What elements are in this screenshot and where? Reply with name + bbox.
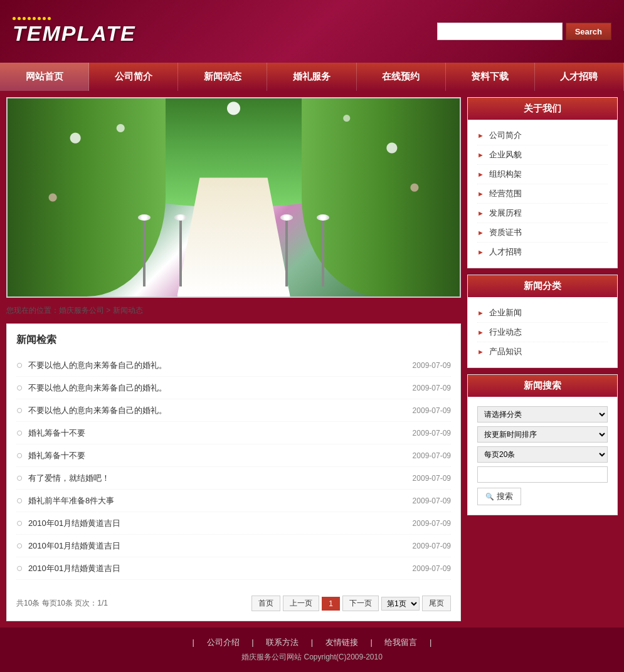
search-input[interactable] bbox=[437, 23, 563, 40]
arrow-icon: ► bbox=[477, 190, 484, 197]
news-date: 2009-07-09 bbox=[413, 564, 451, 573]
news-date: 2009-07-09 bbox=[413, 384, 451, 392]
stand-4 bbox=[285, 218, 288, 287]
footer-links: | 公司介绍 | 联系方法 | 友情链接 | 给我留言 | bbox=[6, 637, 618, 648]
pagination: 共10条 每页10条 页次：1/1 首页 上一页 1 下一页 第1页 尾页 bbox=[16, 589, 451, 611]
search-button[interactable]: Search bbox=[566, 23, 611, 40]
header: TEMPLATE Search bbox=[0, 0, 624, 63]
about-item-history[interactable]: ► 发展历程 bbox=[477, 204, 608, 223]
about-item-intro[interactable]: ► 公司简介 bbox=[477, 126, 608, 145]
news-link[interactable]: 不要以他人的意向来筹备自己的婚礼。 bbox=[28, 405, 167, 416]
stand-2 bbox=[179, 218, 182, 287]
news-date: 2009-07-09 bbox=[413, 451, 451, 460]
news-search-box: 新闻搜索 请选择分类 按更新时间排序 每页20条 🔍 搜索 bbox=[467, 374, 618, 515]
footer-divider-2: | bbox=[306, 638, 318, 647]
current-page-button[interactable]: 1 bbox=[322, 597, 340, 611]
arrow-icon: ► bbox=[477, 132, 484, 139]
news-bullet: ○ bbox=[16, 449, 23, 462]
news-link[interactable]: 不要以他人的意向来筹备自己的婚礼。 bbox=[28, 360, 167, 371]
nav-item-download[interactable]: 资料下载 bbox=[446, 63, 535, 91]
nav-item-news[interactable]: 新闻动态 bbox=[178, 63, 267, 91]
prev-page-button[interactable]: 上一页 bbox=[283, 596, 319, 611]
footer-link-friends[interactable]: 友情链接 bbox=[320, 638, 363, 647]
news-list: ○ 不要以他人的意向来筹备自己的婚礼。 2009-07-09 ○ 不要以他人的意… bbox=[16, 354, 451, 580]
next-page-button[interactable]: 下一页 bbox=[342, 596, 379, 611]
first-page-button[interactable]: 首页 bbox=[251, 596, 280, 611]
news-date: 2009-07-09 bbox=[413, 474, 451, 483]
news-category-title: 新闻分类 bbox=[468, 275, 617, 297]
news-cat-industry[interactable]: ► 行业动态 bbox=[477, 323, 608, 342]
footer: | 公司介绍 | 联系方法 | 友情链接 | 给我留言 | 婚庆服务公司网站 C… bbox=[0, 627, 624, 672]
breadcrumb: 您现在的位置：婚庆服务公司 > 新闻动态 bbox=[6, 303, 461, 318]
nav-item-about[interactable]: 公司简介 bbox=[89, 63, 178, 91]
news-bullet: ○ bbox=[16, 471, 23, 485]
about-box: 关于我们 ► 公司简介 ► 企业风貌 ► 组织构架 ► 经营范围 bbox=[467, 97, 618, 268]
news-search-category-select[interactable]: 请选择分类 bbox=[477, 406, 608, 423]
footer-link-about[interactable]: 公司介绍 bbox=[202, 638, 245, 647]
news-item-left: ○ 婚礼筹备十不要 bbox=[16, 426, 85, 439]
news-item-left: ○ 不要以他人的意向来筹备自己的婚礼。 bbox=[16, 381, 167, 394]
nav-item-home[interactable]: 网站首页 bbox=[0, 63, 89, 91]
news-category-box: 新闻分类 ► 企业新闻 ► 行业动态 ► 产品知识 bbox=[467, 275, 618, 368]
news-item: ○ 不要以他人的意向来筹备自己的婚礼。 2009-07-09 bbox=[16, 377, 451, 399]
news-date: 2009-07-09 bbox=[413, 519, 451, 528]
nav-item-wedding[interactable]: 婚礼服务 bbox=[267, 63, 356, 91]
news-link[interactable]: 不要以他人的意向来筹备自己的婚礼。 bbox=[28, 382, 167, 394]
news-search-submit-button[interactable]: 🔍 搜索 bbox=[477, 488, 521, 505]
news-bullet: ○ bbox=[16, 517, 23, 530]
news-item: ○ 不要以他人的意向来筹备自己的婚礼。 2009-07-09 bbox=[16, 354, 451, 377]
arrow-icon: ► bbox=[477, 309, 484, 317]
nav-item-booking[interactable]: 在线预约 bbox=[357, 63, 446, 91]
news-link[interactable]: 2010年01月结婚黄道吉日 bbox=[28, 563, 120, 574]
news-search-sort-select[interactable]: 按更新时间排序 bbox=[477, 426, 608, 443]
news-link[interactable]: 婚礼筹备十不要 bbox=[28, 428, 85, 439]
news-item-left: ○ 2010年01月结婚黄道吉日 bbox=[16, 562, 120, 575]
news-link[interactable]: 2010年01月结婚黄道吉日 bbox=[28, 540, 120, 552]
footer-divider-3: | bbox=[365, 638, 377, 647]
footer-link-contact[interactable]: 联系方法 bbox=[261, 638, 304, 647]
right-column: 关于我们 ► 公司简介 ► 企业风貌 ► 组织构架 ► 经营范围 bbox=[467, 97, 618, 621]
page-select[interactable]: 第1页 bbox=[381, 597, 420, 611]
nav: 网站首页 公司简介 新闻动态 婚礼服务 在线预约 资料下载 人才招聘 bbox=[0, 63, 624, 91]
nav-item-recruit[interactable]: 人才招聘 bbox=[535, 63, 624, 91]
news-link[interactable]: 2010年01月结婚黄道吉日 bbox=[28, 518, 120, 529]
about-item-scope[interactable]: ► 经营范围 bbox=[477, 184, 608, 204]
news-item: ○ 婚礼前半年准备8件大事 2009-07-09 bbox=[16, 490, 451, 512]
news-search-keyword-input[interactable] bbox=[477, 466, 608, 483]
about-item-cert[interactable]: ► 资质证书 bbox=[477, 223, 608, 243]
page-info: 共10条 每页10条 页次：1/1 bbox=[16, 598, 108, 609]
about-item-org[interactable]: ► 组织构架 bbox=[477, 165, 608, 184]
about-item-style[interactable]: ► 企业风貌 bbox=[477, 145, 608, 165]
footer-divider-1: | bbox=[246, 638, 258, 647]
news-link[interactable]: 有了爱情，就结婚吧！ bbox=[28, 473, 110, 484]
content-title: 新闻检索 bbox=[16, 333, 451, 347]
news-bullet: ○ bbox=[16, 539, 23, 552]
about-item-recruit[interactable]: ► 人才招聘 bbox=[477, 243, 608, 261]
page-controls: 首页 上一页 1 下一页 第1页 尾页 bbox=[251, 596, 451, 611]
news-search-title: 新闻搜索 bbox=[468, 375, 617, 397]
arrow-icon: ► bbox=[477, 248, 484, 256]
about-link-cert: 资质证书 bbox=[489, 227, 522, 238]
news-item-left: ○ 2010年01月结婚黄道吉日 bbox=[16, 517, 120, 530]
news-search-perpage-select[interactable]: 每页20条 bbox=[477, 446, 608, 463]
logo: TEMPLATE bbox=[13, 17, 136, 46]
stand-1 bbox=[143, 218, 145, 287]
news-item: ○ 婚礼筹备十不要 2009-07-09 bbox=[16, 444, 451, 467]
news-cat-product[interactable]: ► 产品知识 bbox=[477, 342, 608, 361]
news-bullet: ○ bbox=[16, 426, 23, 439]
news-bullet: ○ bbox=[16, 494, 23, 507]
last-page-button[interactable]: 尾页 bbox=[422, 596, 451, 611]
news-bullet: ○ bbox=[16, 381, 23, 394]
search-area: Search bbox=[437, 23, 611, 40]
main: 您现在的位置：婚庆服务公司 > 新闻动态 新闻检索 ○ 不要以他人的意向来筹备自… bbox=[0, 91, 624, 627]
flowers-overlay bbox=[8, 98, 460, 297]
news-link[interactable]: 婚礼筹备十不要 bbox=[28, 450, 85, 461]
news-item: ○ 2010年01月结婚黄道吉日 2009-07-09 bbox=[16, 535, 451, 557]
news-item-left: ○ 不要以他人的意向来筹备自己的婚礼。 bbox=[16, 359, 167, 372]
news-search-button-label: 搜索 bbox=[497, 491, 513, 502]
about-link-history: 发展历程 bbox=[489, 207, 522, 219]
news-link[interactable]: 婚礼前半年准备8件大事 bbox=[28, 495, 114, 507]
footer-link-message[interactable]: 给我留言 bbox=[379, 638, 422, 647]
news-cat-enterprise[interactable]: ► 企业新闻 bbox=[477, 303, 608, 323]
about-link-scope: 经营范围 bbox=[489, 188, 522, 199]
